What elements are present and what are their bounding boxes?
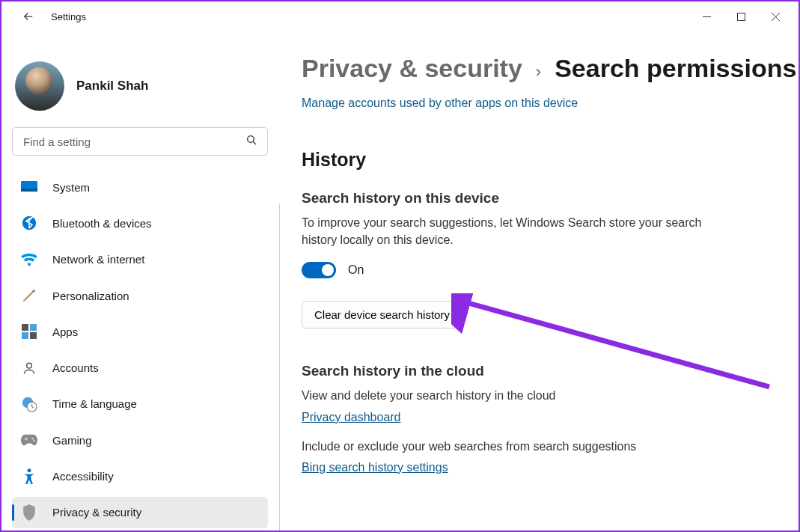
sidebar-item-personalization[interactable]: Personalization [12,280,268,311]
system-icon [21,179,37,195]
device-history-title: Search history on this device [302,190,769,207]
svg-point-17 [33,440,35,442]
close-button[interactable] [758,4,793,28]
sidebar-item-label: Bluetooth & devices [52,217,152,230]
close-icon [772,13,780,21]
sidebar-item-label: Time & language [52,397,137,410]
history-heading: History [302,149,769,171]
nav: System Bluetooth & devices Network & int… [12,169,268,531]
svg-point-20 [28,468,31,472]
sidebar-item-label: Accessibility [52,470,114,483]
sidebar-item-privacy[interactable]: Privacy & security [12,497,268,528]
back-button[interactable] [15,3,42,30]
minimize-icon [703,13,711,21]
sidebar-item-label: Gaming [52,434,92,447]
bing-history-link[interactable]: Bing search history settings [302,461,448,474]
window-title: Settings [51,11,86,22]
svg-rect-10 [30,324,37,331]
sidebar-item-label: Apps [52,325,78,338]
search-input[interactable] [12,127,268,156]
apps-icon [21,323,37,340]
maximize-icon [737,13,745,21]
svg-rect-1 [737,13,745,20]
sidebar-item-bluetooth[interactable]: Bluetooth & devices [12,207,268,239]
gamepad-icon [21,432,37,448]
privacy-dashboard-link[interactable]: Privacy dashboard [302,411,401,424]
cloud-history-section: Search history in the cloud View and del… [302,363,769,474]
content: Privacy & security › Search permissions … [278,31,799,531]
minimize-button[interactable] [689,4,724,28]
svg-point-16 [31,438,34,440]
sidebar-item-label: Accounts [52,361,99,374]
person-icon [21,360,37,376]
sidebar: Pankil Shah System Bluetooth & devices N… [1,31,278,531]
breadcrumb: Privacy & security › Search permissions [302,54,769,83]
device-history-toggle-row: On [302,262,769,278]
paintbrush-icon [21,287,37,304]
search-icon [245,134,257,149]
search-field-wrap [12,127,268,156]
cloud-history-desc2: Include or exclude your web searches fro… [302,438,721,455]
maximize-button[interactable] [724,4,758,28]
svg-rect-12 [30,332,37,339]
svg-rect-19 [25,438,26,441]
sidebar-item-label: Network & internet [52,253,144,266]
sidebar-item-label: Privacy & security [52,506,141,519]
manage-accounts-link[interactable]: Manage accounts used by other apps on th… [302,97,578,109]
svg-point-4 [248,136,254,143]
user-name: Pankil Shah [76,79,148,94]
device-history-desc: To improve your search suggestions, let … [302,214,721,248]
sidebar-item-gaming[interactable]: Gaming [12,424,268,456]
bluetooth-icon [21,215,37,231]
window-controls [689,4,793,28]
svg-point-13 [27,363,32,368]
sidebar-item-network[interactable]: Network & internet [12,244,268,275]
sidebar-item-label: Personalization [52,290,129,302]
device-history-toggle[interactable] [302,262,336,278]
device-history-section: Search history on this device To improve… [302,190,769,358]
sidebar-item-accessibility[interactable]: Accessibility [12,460,268,492]
sidebar-item-accounts[interactable]: Accounts [12,352,268,383]
shield-icon [21,504,37,521]
sidebar-item-label: System [52,181,90,194]
sidebar-item-apps[interactable]: Apps [12,316,268,347]
avatar [15,61,64,111]
page-title: Search permissions [555,54,796,83]
cloud-history-title: Search history in the cloud [302,363,769,379]
svg-rect-7 [21,189,37,192]
accessibility-icon [21,468,37,485]
arrow-left-icon [22,10,35,23]
clock-globe-icon [21,396,37,412]
sidebar-item-system[interactable]: System [12,171,268,203]
svg-line-5 [253,141,256,144]
sidebar-item-time[interactable]: Time & language [12,388,268,420]
user-profile[interactable]: Pankil Shah [15,61,268,111]
titlebar: Settings [1,1,799,31]
wifi-icon [21,251,37,268]
svg-rect-11 [22,332,28,339]
cloud-history-desc1: View and delete your search history in t… [302,387,721,404]
clear-history-button[interactable]: Clear device search history [302,301,462,328]
svg-rect-9 [22,324,28,331]
toggle-state-label: On [348,263,364,277]
breadcrumb-parent[interactable]: Privacy & security [302,54,522,83]
chevron-right-icon: › [536,62,541,82]
